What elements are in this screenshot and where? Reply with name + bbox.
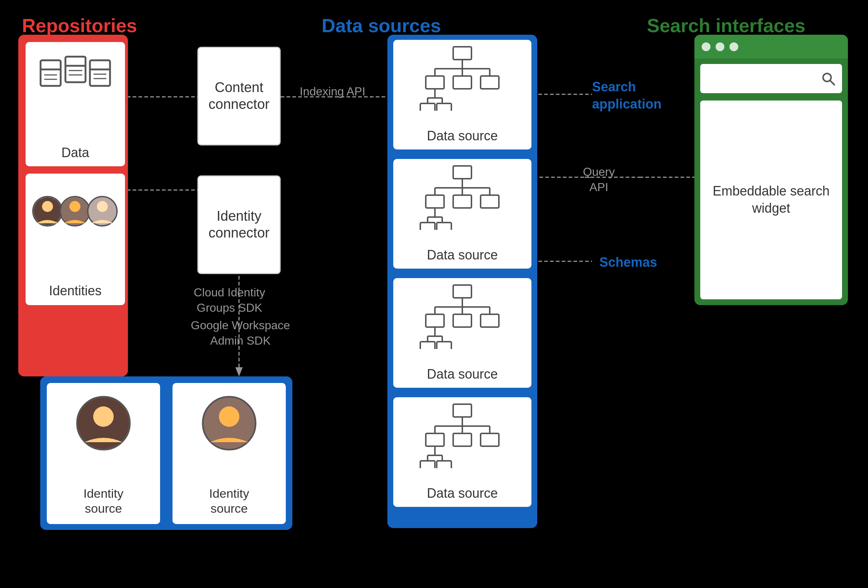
identities-label: Identities: [25, 283, 125, 298]
data-source-2: Data source: [393, 159, 531, 269]
svg-rect-80: [437, 342, 451, 349]
svg-rect-65: [437, 223, 451, 230]
svg-rect-44: [481, 76, 499, 89]
identity-source-2: Identitysource: [173, 383, 286, 524]
data-source-3-label: Data source: [393, 366, 531, 382]
search-application-label: Searchapplication: [592, 78, 661, 113]
content-connector-label: Contentconnector: [198, 75, 280, 116]
svg-line-103: [830, 80, 834, 85]
search-bar[interactable]: [700, 64, 842, 93]
svg-rect-59: [481, 195, 499, 208]
data-sources-container: Data source Data source: [387, 35, 537, 528]
svg-rect-66: [453, 285, 471, 298]
svg-rect-36: [453, 47, 471, 59]
identity-connector-box: Identityconnector: [197, 176, 281, 274]
svg-point-98: [93, 406, 114, 427]
svg-rect-81: [453, 404, 471, 417]
repositories-label: Repositories: [22, 15, 137, 37]
identity-source-2-label: Identitysource: [173, 486, 286, 516]
data-source-4-label: Data source: [393, 485, 531, 501]
data-inner-box: Data: [25, 42, 125, 166]
data-source-3: Data source: [393, 278, 531, 388]
svg-point-29: [42, 201, 53, 212]
svg-rect-58: [453, 195, 471, 208]
data-sources-label: Data sources: [322, 15, 441, 37]
query-api-label: QueryAPI: [583, 164, 615, 195]
svg-rect-95: [437, 461, 451, 468]
cloud-identity-label: Cloud IdentityGroups SDK: [194, 285, 265, 315]
window-dot-3: [729, 42, 738, 51]
svg-rect-51: [453, 166, 471, 179]
content-connector-box: Contentconnector: [197, 47, 281, 145]
diagram-container: Repositories Data sources Search interfa…: [0, 0, 868, 588]
search-interfaces-label: Search interfaces: [647, 15, 806, 37]
svg-rect-57: [426, 195, 444, 208]
svg-point-35: [97, 201, 108, 212]
embeddable-widget-label: Embeddable search widget: [700, 183, 842, 217]
svg-point-32: [69, 201, 80, 212]
svg-rect-49: [420, 103, 435, 111]
google-workspace-label: Google WorkspaceAdmin SDK: [191, 318, 290, 348]
schemas-label: Schemas: [599, 254, 657, 271]
search-interfaces-container: Embeddable search widget: [694, 35, 848, 305]
svg-rect-73: [453, 314, 471, 327]
data-source-2-label: Data source: [393, 247, 531, 263]
svg-rect-50: [437, 103, 451, 111]
svg-rect-89: [481, 433, 499, 446]
svg-rect-64: [420, 223, 435, 230]
svg-point-101: [219, 406, 239, 427]
data-label: Data: [25, 145, 125, 160]
svg-rect-94: [420, 461, 435, 468]
window-dot-1: [702, 42, 710, 51]
svg-rect-72: [426, 314, 444, 327]
embeddable-widget-box: Embeddable search widget: [700, 100, 842, 299]
identity-sources-container: Identitysource Identitysource: [40, 377, 292, 530]
svg-marker-6: [235, 367, 243, 377]
data-source-4: Data source: [393, 397, 531, 507]
data-source-1: Data source: [393, 40, 531, 149]
svg-rect-23: [90, 60, 110, 86]
svg-rect-79: [420, 342, 435, 349]
identity-source-1: Identitysource: [47, 383, 160, 524]
svg-rect-87: [426, 433, 444, 446]
svg-rect-42: [426, 76, 444, 89]
identities-inner-box: Identities: [25, 174, 125, 305]
window-dot-2: [716, 42, 724, 51]
data-source-1-label: Data source: [393, 128, 531, 143]
svg-rect-19: [65, 57, 86, 82]
identity-connector-label: Identityconnector: [198, 204, 280, 245]
repositories-container: Data Identities: [18, 35, 128, 377]
svg-rect-15: [41, 60, 61, 86]
svg-rect-88: [453, 433, 471, 446]
indexing-api-label: Indexing API: [300, 84, 366, 99]
svg-rect-74: [481, 314, 499, 327]
svg-rect-43: [453, 76, 471, 89]
identity-source-1-label: Identitysource: [47, 486, 160, 516]
